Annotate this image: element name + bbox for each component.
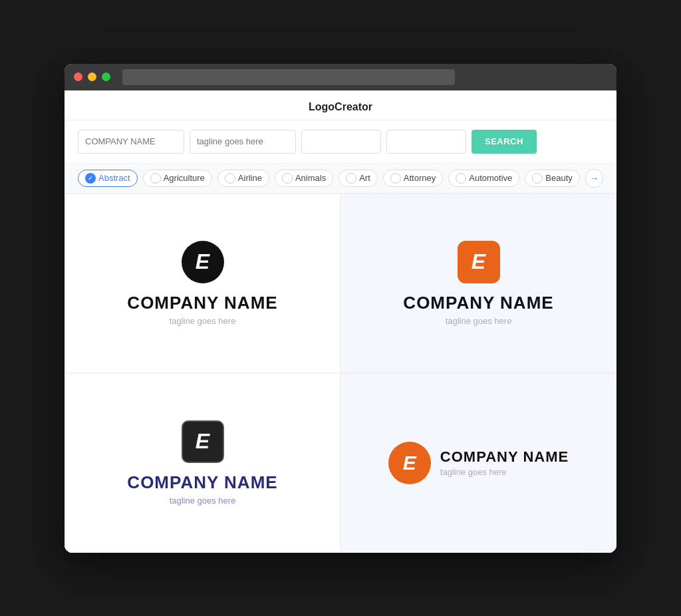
logo4-wrapper: E COMPANY NAME tagline goes here: [388, 442, 569, 484]
close-button[interactable]: [74, 73, 82, 81]
logo4-text: COMPANY NAME tagline goes here: [440, 448, 569, 477]
logo1-company-name: COMPANY NAME: [127, 293, 277, 313]
check-icon: [225, 173, 235, 184]
category-animals[interactable]: Animals: [275, 170, 333, 187]
category-label: Automotive: [469, 173, 512, 183]
extra-input-1[interactable]: [301, 130, 381, 154]
logo-card-4[interactable]: E COMPANY NAME tagline goes here: [340, 373, 616, 553]
logo4-tagline: tagline goes here: [440, 467, 569, 477]
check-icon: [282, 173, 293, 184]
logo3-icon: E: [182, 420, 224, 463]
logo1-tagline: tagline goes here: [170, 316, 236, 326]
check-icon: ✓: [85, 173, 96, 184]
logo-card-1[interactable]: E COMPANY NAME tagline goes here: [65, 194, 340, 373]
search-bar: SEARCH: [65, 120, 616, 164]
maximize-button[interactable]: [102, 73, 110, 81]
logo2-icon: E: [458, 241, 500, 283]
logo-card-3[interactable]: E COMPANY NAME tagline goes here: [65, 373, 340, 553]
tagline-input[interactable]: [190, 130, 296, 154]
category-label: Animals: [295, 173, 326, 183]
category-label: Airline: [238, 173, 262, 183]
logo-card-2[interactable]: E COMPANY NAME tagline goes here: [340, 194, 616, 373]
logo1-icon: E: [182, 241, 224, 283]
category-label: Agriculture: [164, 173, 205, 183]
logo2-tagline: tagline goes here: [446, 316, 512, 326]
logo-grid: E COMPANY NAME tagline goes here E COMPA…: [65, 194, 616, 553]
titlebar: [65, 64, 616, 90]
logo3-company-name: COMPANY NAME: [127, 472, 277, 493]
app-window: LogoCreator SEARCH ✓ Abstract Agricultur…: [65, 64, 616, 553]
search-button[interactable]: SEARCH: [472, 130, 537, 154]
category-abstract[interactable]: ✓ Abstract: [78, 170, 138, 187]
minimize-button[interactable]: [88, 73, 96, 81]
check-icon: [390, 173, 401, 184]
category-agriculture[interactable]: Agriculture: [143, 170, 212, 187]
category-attorney[interactable]: Attorney: [383, 170, 443, 187]
category-beauty[interactable]: Beauty: [525, 170, 579, 187]
category-label: Art: [359, 173, 370, 183]
check-icon: [456, 173, 466, 184]
category-art[interactable]: Art: [339, 170, 378, 187]
url-bar: [122, 69, 455, 85]
category-label: Abstract: [98, 173, 130, 183]
company-name-input[interactable]: [78, 130, 184, 154]
logo3-tagline: tagline goes here: [170, 496, 236, 506]
logo2-company-name: COMPANY NAME: [403, 293, 553, 313]
next-categories-button[interactable]: →: [585, 169, 603, 188]
logo4-icon: E: [388, 442, 431, 484]
category-label: Beauty: [545, 173, 572, 183]
check-icon: [532, 173, 543, 184]
check-icon: [150, 173, 161, 184]
category-label: Attorney: [404, 173, 436, 183]
logo4-company-name: COMPANY NAME: [440, 448, 569, 466]
app-title: LogoCreator: [65, 90, 616, 120]
category-bar: ✓ Abstract Agriculture Airline Animals A…: [65, 164, 616, 194]
check-icon: [346, 173, 356, 184]
category-airline[interactable]: Airline: [217, 170, 269, 187]
extra-input-2[interactable]: [386, 130, 466, 154]
category-automotive[interactable]: Automotive: [448, 170, 519, 187]
